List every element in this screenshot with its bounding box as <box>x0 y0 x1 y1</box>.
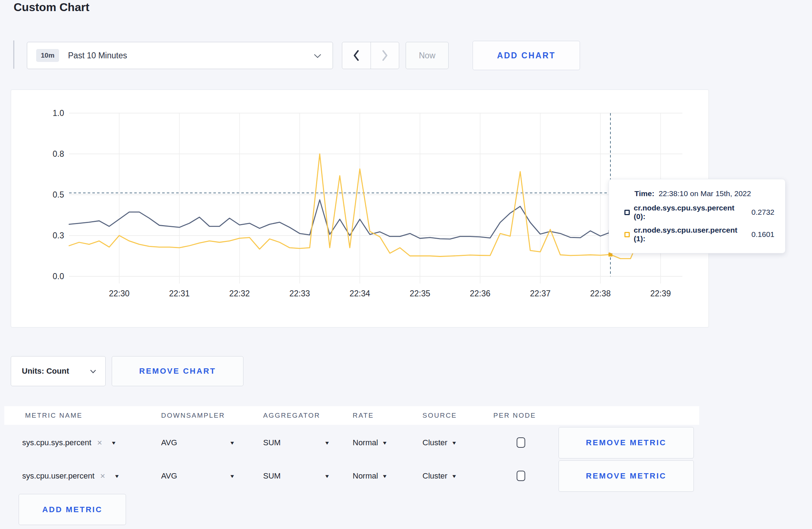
add-metric-button[interactable]: ADD METRIC <box>19 494 126 525</box>
y-axis-label: 1.0 <box>21 107 64 119</box>
y-axis-label: 0.3 <box>21 230 64 241</box>
remove-chart-button[interactable]: REMOVE CHART <box>112 356 243 386</box>
caret-down-icon: ▼ <box>114 474 120 479</box>
tooltip-series-row: cr.node.sys.cpu.sys.percent (0): 0.2732 <box>624 204 774 221</box>
page-title: Custom Chart <box>14 1 90 14</box>
toolbar-divider <box>13 40 14 69</box>
x-axis-label: 22:31 <box>154 289 204 299</box>
downsampler-value: AVG <box>161 471 177 481</box>
caret-down-icon: ▼ <box>111 440 117 446</box>
caret-down-icon: ▼ <box>451 474 457 479</box>
chart-tooltip: Time:22:38:10 on Mar 15th, 2022 cr.node.… <box>609 179 786 253</box>
chevron-right-icon <box>381 49 388 62</box>
tooltip-series-value: 0.1601 <box>751 230 774 239</box>
user-series-swatch-icon <box>624 232 630 237</box>
tooltip-series-row: cr.node.sys.cpu.user.percent (1): 0.1601 <box>624 226 774 243</box>
tooltip-series-value: 0.2732 <box>751 208 774 217</box>
sys-series-swatch-icon <box>624 210 630 215</box>
x-axis-label: 22:38 <box>575 289 625 299</box>
x-axis-label: 22:35 <box>395 289 445 299</box>
units-label: Units: Count <box>22 367 69 376</box>
rate-select[interactable]: Normal ▼ <box>353 459 387 493</box>
time-nav-group <box>342 42 399 69</box>
x-axis-label: 22:33 <box>275 289 325 299</box>
per-node-checkbox[interactable] <box>517 471 525 481</box>
metrics-table-header: METRIC NAME DOWNSAMPLER AGGREGATOR RATE … <box>4 406 699 425</box>
x-axis-label: 22:34 <box>335 289 385 299</box>
clear-metric-icon[interactable]: × <box>100 471 105 481</box>
metric-row: sys.cpu.sys.percent × ▼ AVG ▼ SUM ▼ Norm… <box>0 426 812 460</box>
x-axis-label: 22:39 <box>635 289 686 299</box>
aggregator-select[interactable]: SUM ▼ <box>263 459 329 493</box>
tooltip-series-label: cr.node.sys.cpu.user.percent (1): <box>634 226 746 243</box>
remove-metric-button[interactable]: REMOVE METRIC <box>559 460 694 492</box>
caret-down-icon: ▼ <box>382 474 387 479</box>
units-select[interactable]: Units: Count <box>11 356 106 386</box>
y-axis-label: 0.5 <box>21 189 64 200</box>
caret-down-icon: ▼ <box>324 474 330 479</box>
chevron-down-icon <box>90 370 96 373</box>
column-header-metric-name: METRIC NAME <box>25 406 83 425</box>
add-chart-button[interactable]: ADD CHART <box>473 41 580 70</box>
time-range-select[interactable]: 10m Past 10 Minutes <box>27 42 333 69</box>
metric-name-value: sys.cpu.sys.percent <box>22 438 91 447</box>
downsampler-value: AVG <box>161 438 177 447</box>
metric-row: sys.cpu.user.percent × ▼ AVG ▼ SUM ▼ Nor… <box>0 459 812 493</box>
tooltip-time-value: 22:38:10 on Mar 15th, 2022 <box>659 189 751 198</box>
column-header-source: SOURCE <box>422 406 457 425</box>
y-axis-label: 0.0 <box>21 271 64 282</box>
now-button[interactable]: Now <box>406 42 449 69</box>
column-header-downsampler: DOWNSAMPLER <box>161 406 225 425</box>
remove-metric-button[interactable]: REMOVE METRIC <box>559 427 694 458</box>
chevron-down-icon <box>314 54 321 58</box>
metric-name-value: sys.cpu.user.percent <box>22 471 95 481</box>
next-range-button[interactable] <box>371 42 399 69</box>
column-header-aggregator: AGGREGATOR <box>263 406 320 425</box>
column-header-per-node: PER NODE <box>493 406 536 425</box>
clear-metric-icon[interactable]: × <box>97 438 102 448</box>
y-axis-label: 0.8 <box>21 148 64 160</box>
caret-down-icon: ▼ <box>382 440 387 446</box>
downsampler-select[interactable]: AVG ▼ <box>161 426 235 460</box>
prev-range-button[interactable] <box>342 42 371 69</box>
x-axis-label: 22:30 <box>94 289 144 299</box>
rate-select[interactable]: Normal ▼ <box>353 426 387 460</box>
tooltip-series-label: cr.node.sys.cpu.sys.percent (0): <box>634 204 746 221</box>
rate-value: Normal <box>353 471 378 481</box>
source-value: Cluster <box>422 471 448 481</box>
caret-down-icon: ▼ <box>324 440 330 446</box>
custom-chart-page: Custom Chart 10m Past 10 Minutes Now ADD… <box>0 0 812 529</box>
metric-name-select[interactable]: sys.cpu.sys.percent × ▼ <box>22 426 116 460</box>
x-axis-label: 22:32 <box>214 289 265 299</box>
aggregator-value: SUM <box>263 471 281 481</box>
caret-down-icon: ▼ <box>229 440 235 446</box>
aggregator-select[interactable]: SUM ▼ <box>263 426 329 460</box>
rate-value: Normal <box>353 438 378 447</box>
source-select[interactable]: Cluster ▼ <box>422 426 456 460</box>
metric-name-select[interactable]: sys.cpu.user.percent × ▼ <box>22 459 119 493</box>
aggregator-value: SUM <box>263 438 281 447</box>
downsampler-select[interactable]: AVG ▼ <box>161 459 235 493</box>
column-header-rate: RATE <box>353 406 374 425</box>
tooltip-time-row: Time:22:38:10 on Mar 15th, 2022 <box>634 189 774 198</box>
chart-card: 0.00.30.50.81.022:3022:3122:3222:3322:34… <box>11 89 709 327</box>
caret-down-icon: ▼ <box>451 440 457 446</box>
source-value: Cluster <box>422 438 448 447</box>
source-select[interactable]: Cluster ▼ <box>422 459 456 493</box>
chevron-left-icon <box>353 49 360 62</box>
range-label: Past 10 Minutes <box>68 51 127 60</box>
range-badge: 10m <box>36 49 59 62</box>
x-axis-label: 22:37 <box>515 289 565 299</box>
tooltip-time-label: Time: <box>634 189 654 198</box>
caret-down-icon: ▼ <box>229 474 235 479</box>
x-axis-label: 22:36 <box>455 289 505 299</box>
per-node-checkbox[interactable] <box>517 437 525 448</box>
